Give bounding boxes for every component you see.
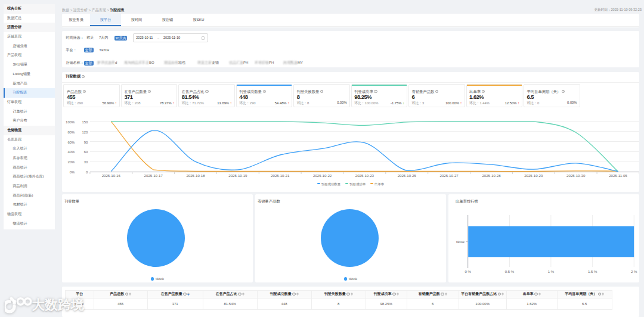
svg-text:0%: 0% <box>70 170 75 174</box>
svg-text:tiktok: tiktok <box>456 240 465 244</box>
svg-text:2025-10-25: 2025-10-25 <box>398 173 417 178</box>
svg-text:2025-10-16: 2025-10-16 <box>102 173 121 178</box>
svg-text:1 %: 1 % <box>548 270 555 274</box>
svg-text:0: 0 <box>86 170 88 174</box>
svg-text:2025-10-22: 2025-10-22 <box>313 173 332 178</box>
svg-text:60: 60 <box>84 150 88 154</box>
svg-text:100%: 100% <box>66 120 75 124</box>
svg-text:120: 120 <box>82 130 88 133</box>
svg-text:40%: 40% <box>67 150 75 154</box>
svg-text:2025-11-05: 2025-11-05 <box>609 173 627 178</box>
svg-text:2025-10-21: 2025-10-21 <box>271 173 290 178</box>
svg-text:2025-10-18: 2025-10-18 <box>186 173 205 178</box>
svg-text:30: 30 <box>84 160 88 164</box>
svg-text:80%: 80% <box>67 130 75 133</box>
svg-text:90: 90 <box>84 140 88 144</box>
svg-text:2025-10-29: 2025-10-29 <box>524 173 543 178</box>
svg-text:2025-10-27: 2025-10-27 <box>440 173 459 178</box>
svg-text:1.5 %: 1.5 % <box>588 270 597 274</box>
svg-text:2025-10-17: 2025-10-17 <box>144 173 163 178</box>
svg-text:2025-10-28: 2025-10-28 <box>482 173 501 178</box>
svg-text:60%: 60% <box>67 140 75 144</box>
svg-text:150: 150 <box>82 120 88 124</box>
svg-text:20%: 20% <box>67 160 75 164</box>
svg-text:2025-10-19: 2025-10-19 <box>228 173 247 178</box>
svg-text:0.5 %: 0.5 % <box>505 270 515 274</box>
svg-text:2025-10-30: 2025-10-30 <box>566 173 586 178</box>
svg-text:0 %: 0 % <box>465 270 472 274</box>
svg-text:2 %: 2 % <box>631 270 637 274</box>
svg-text:2025-10-23: 2025-10-23 <box>355 173 374 178</box>
